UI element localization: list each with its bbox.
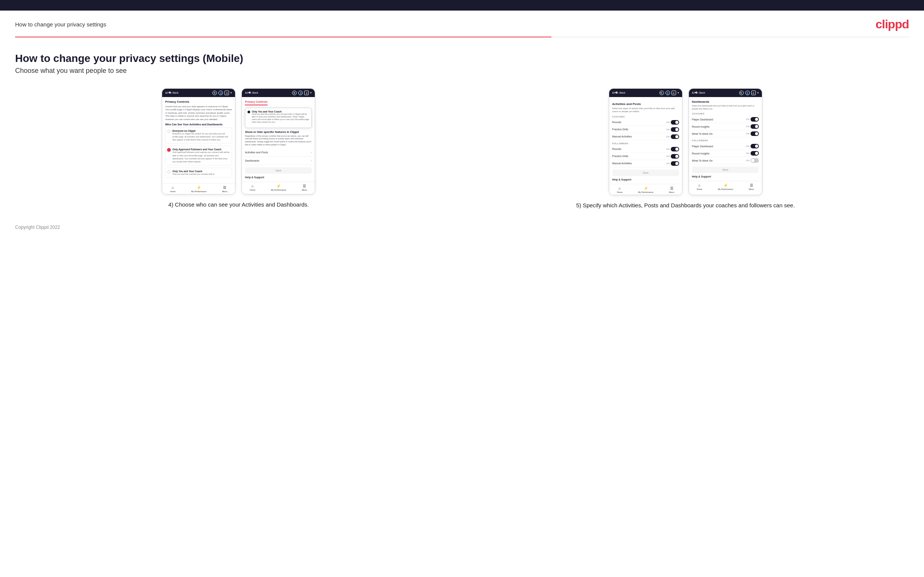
- coaches-round-insights-label: Round Insights: [692, 126, 710, 128]
- dropdown-popup: Only You and Your Coach Only you and the…: [245, 108, 312, 128]
- coaches-round-insights-row: Round Insights ON: [692, 123, 759, 130]
- activities-posts-title: Activities and Posts: [612, 102, 679, 106]
- followers-label-4: FOLLOWERS: [692, 139, 759, 142]
- nav-menu-3[interactable]: ☰ Menu: [669, 186, 674, 193]
- nav-perf-2[interactable]: ⚡ My Performance: [271, 184, 286, 191]
- followers-drills-row: Practice Drills ON: [612, 153, 679, 160]
- settings-icon-4[interactable]: ⚙: [751, 90, 756, 95]
- phone-3-back[interactable]: &#�; Back: [612, 91, 625, 94]
- nav-menu-1[interactable]: ☰ Menu: [222, 185, 228, 193]
- coaches-round-insights-toggle[interactable]: [751, 124, 759, 129]
- save-button-4[interactable]: Save: [692, 166, 759, 173]
- settings-icon-3[interactable]: ⚙: [672, 90, 676, 95]
- followers-what-to-work-row: What To Work On ON: [692, 157, 759, 164]
- nav-perf-3[interactable]: ⚡ My Performance: [638, 186, 653, 193]
- phones-row-left: &#�; Back 🔍 👤 ⚙ ▾ Privacy Controls Contr…: [15, 89, 462, 195]
- settings-icon-2[interactable]: ⚙: [304, 90, 309, 95]
- followers-what-to-work-label: What To Work On: [692, 160, 713, 162]
- phone-4-nav: ⌂ Home ⚡ My Performance ☰ Menu: [689, 181, 762, 192]
- settings-icon[interactable]: ⚙: [225, 90, 229, 95]
- nav-menu-4[interactable]: ☰ Menu: [749, 183, 754, 190]
- right-section: &#�; Back 🔍 👤 ⚙ ▾ Activities and Posts S…: [462, 89, 909, 210]
- followers-round-insights-toggle[interactable]: [751, 151, 759, 156]
- coaches-player-dash-toggle[interactable]: [751, 117, 759, 122]
- followers-manual-label: Manual Activities: [612, 162, 632, 164]
- option-only-you[interactable]: Only You and Your Coach Only you and the…: [165, 168, 232, 178]
- nav-home-1[interactable]: ⌂ Home: [170, 185, 176, 193]
- help-support-4[interactable]: Help & Support: [692, 175, 759, 178]
- search-icon-4[interactable]: 🔍: [739, 90, 744, 95]
- chevron-down-icon-2: ▾: [310, 91, 312, 94]
- menu-dashboards[interactable]: Dashboards ›: [245, 157, 312, 165]
- header: How to change your privacy settings clip…: [0, 11, 924, 37]
- show-hide-desc: Regardless of the privacy controls that …: [245, 135, 312, 147]
- person-icon-2[interactable]: 👤: [298, 90, 303, 95]
- option-approved[interactable]: Only Approved Followers and Your Coach O…: [165, 146, 232, 165]
- phone-4-topbar: &#�; Back 🔍 👤 ⚙ ▾: [689, 89, 762, 97]
- chevron-down-icon-3: ▾: [678, 91, 679, 94]
- phone-3-topbar: &#�; Back 🔍 👤 ⚙ ▾: [609, 89, 682, 97]
- coaches-what-to-work-toggle[interactable]: [751, 131, 759, 136]
- option-everyone[interactable]: Everyone on Clippd Everyone on Clippd ca…: [165, 127, 232, 143]
- coaches-rounds-label: Rounds: [612, 121, 621, 124]
- coaches-rounds-toggle[interactable]: [671, 120, 679, 125]
- chevron-down-icon: ▾: [231, 91, 232, 94]
- phone-2-back[interactable]: &#�; Back: [245, 91, 258, 94]
- coaches-manual-toggle[interactable]: [671, 134, 679, 139]
- phones-row-right: &#�; Back 🔍 👤 ⚙ ▾ Activities and Posts S…: [462, 89, 909, 195]
- help-support-3[interactable]: Help & Support: [612, 178, 679, 181]
- nav-menu-2[interactable]: ☰ Menu: [302, 184, 307, 191]
- option-everyone-label: Everyone on Clippd: [172, 129, 230, 132]
- coaches-drills-label: Practice Drills: [612, 128, 628, 131]
- menu-dashboards-label: Dashboards: [245, 160, 259, 162]
- page-subheading: Choose what you want people to see: [15, 67, 909, 75]
- nav-home-3[interactable]: ⌂ Home: [617, 186, 622, 193]
- search-icon-3[interactable]: 🔍: [659, 90, 664, 95]
- caption-left: 4) Choose who can see your Activities an…: [15, 200, 462, 209]
- help-support-2[interactable]: Help & Support: [245, 176, 312, 179]
- followers-manual-row: Manual Activities ON: [612, 160, 679, 167]
- save-button-2[interactable]: Save: [245, 167, 312, 174]
- phone-1-nav: ⌂ Home ⚡ My Performance ☰ Menu: [162, 183, 235, 194]
- dropdown-desc: Only you and the coaches you connect wit…: [252, 113, 309, 124]
- radio-only-you: [167, 170, 170, 173]
- coaches-drills-toggle[interactable]: [671, 127, 679, 132]
- nav-perf-4[interactable]: ⚡ My Performance: [718, 183, 733, 190]
- save-button-3[interactable]: Save: [612, 169, 679, 176]
- nav-perf-1[interactable]: ⚡ My Performance: [191, 185, 206, 193]
- privacy-controls-desc: Control how you and your data appears to…: [165, 105, 232, 121]
- followers-manual-toggle[interactable]: [671, 161, 679, 166]
- phone-2-topbar: &#�; Back 🔍 👤 ⚙ ▾: [242, 89, 315, 97]
- person-icon-3[interactable]: 👤: [666, 90, 670, 95]
- dropdown-selected-dot: [247, 111, 250, 113]
- phone-4-back[interactable]: &#�; Back: [692, 91, 705, 94]
- coaches-drills-row: Practice Drills ON: [612, 126, 679, 133]
- search-icon[interactable]: 🔍: [212, 90, 217, 95]
- option-only-you-label: Only You and Your Coach: [172, 170, 215, 172]
- search-icon-2[interactable]: 🔍: [292, 90, 297, 95]
- menu-activities[interactable]: Activities and Posts ›: [245, 148, 312, 157]
- top-bar: [0, 0, 924, 11]
- followers-rounds-toggle[interactable]: [671, 147, 679, 152]
- person-icon-4[interactable]: 👤: [745, 90, 750, 95]
- privacy-tab[interactable]: Privacy Controls: [245, 100, 268, 105]
- screenshots-container: &#�; Back 🔍 👤 ⚙ ▾ Privacy Controls Contr…: [15, 89, 909, 210]
- phone-2-body: Privacy Controls Only You and Your Coach…: [242, 97, 315, 182]
- person-icon[interactable]: 👤: [218, 90, 223, 95]
- who-can-see-title: Who Can See Your Activities and Dashboar…: [165, 123, 232, 126]
- dropdown-option-only-you[interactable]: Only You and Your Coach Only you and the…: [247, 110, 309, 124]
- followers-player-dash-row: Player Dashboard ON: [692, 143, 759, 150]
- radio-approved: [167, 148, 170, 152]
- nav-home-2[interactable]: ⌂ Home: [250, 184, 255, 191]
- page-heading: How to change your privacy settings (Mob…: [15, 53, 909, 64]
- followers-drills-toggle[interactable]: [671, 154, 679, 159]
- followers-what-to-work-toggle[interactable]: [751, 158, 759, 163]
- phone-2: &#�; Back 🔍 👤 ⚙ ▾ Privacy Controls: [241, 89, 315, 195]
- nav-home-4[interactable]: ⌂ Home: [696, 183, 702, 190]
- followers-player-dash-toggle[interactable]: [751, 144, 759, 148]
- phone-3-body: Activities and Posts Select the types of…: [609, 97, 682, 184]
- phone-1-back[interactable]: &#�; Back: [165, 91, 178, 94]
- coaches-what-to-work-label: What To Work On: [692, 132, 713, 135]
- show-hide-title: Show or hide specific features in Clippd: [245, 130, 312, 134]
- phone-1-body: Privacy Controls Control how you and you…: [162, 97, 235, 183]
